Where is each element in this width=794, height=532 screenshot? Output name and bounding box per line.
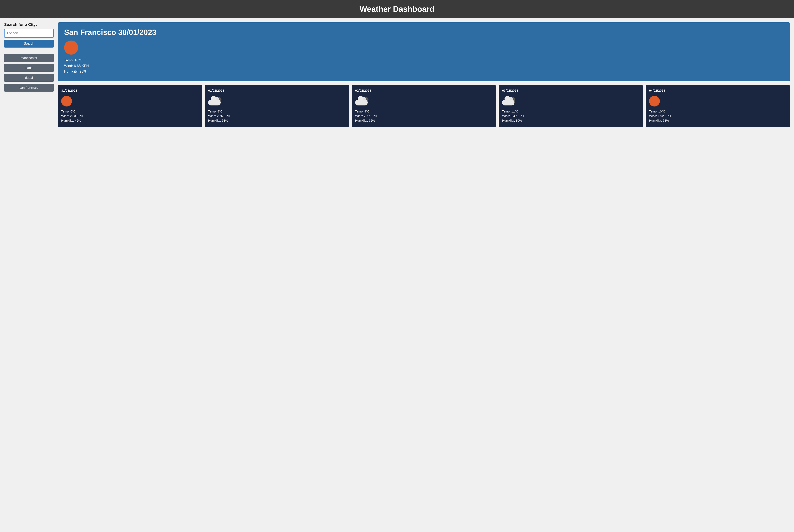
forecast-card-1: 01/02/2023 Temp: 8°C Wind: 2.76 KPH Humi…	[205, 85, 349, 127]
forecast-date-3: 03/02/2023	[502, 89, 640, 92]
forecast-card-0: 31/01/2023 Temp: 6°C Wind: 2.83 KPH Humi…	[58, 85, 202, 127]
current-sun-icon	[64, 40, 78, 55]
forecast-card-3: 03/02/2023 Temp: 11°C Wind: 0.47 KPH Hum…	[499, 85, 643, 127]
forecast-icon-2	[355, 95, 493, 107]
forecast-card-2: 02/02/2023 Temp: 9°C Wind: 2.77 KPH Humi…	[352, 85, 496, 127]
search-input[interactable]	[4, 29, 54, 38]
forecast-date-0: 31/01/2023	[61, 89, 199, 92]
forecast-humidity-2: Humidity: 62%	[355, 119, 493, 122]
cloud-sun-icon-3	[502, 97, 515, 106]
forecast-wind-0: Wind: 2.83 KPH	[61, 114, 199, 118]
forecast-humidity-1: Humidity: 53%	[208, 119, 346, 122]
city-btn-san-francisco[interactable]: san francisco	[4, 84, 54, 92]
forecast-temp-1: Temp: 8°C	[208, 110, 346, 113]
forecast-temp-4: Temp: 10°C	[649, 110, 787, 113]
forecast-wind-4: Wind: 1.92 KPH	[649, 114, 787, 118]
forecast-date-2: 02/02/2023	[355, 89, 493, 92]
forecast-humidity-4: Humidity: 73%	[649, 119, 787, 122]
forecast-wind-1: Wind: 2.76 KPH	[208, 114, 346, 118]
main-layout: Search for a City: Search manchester par…	[0, 18, 794, 131]
current-wind: Wind: 6.68 KPH	[64, 64, 784, 68]
forecast-wind-2: Wind: 2.77 KPH	[355, 114, 493, 118]
search-button[interactable]: Search	[4, 40, 54, 48]
current-temp: Temp: 10°C	[64, 58, 784, 62]
app-title: Weather Dashboard	[0, 4, 794, 14]
search-label: Search for a City:	[4, 22, 54, 27]
city-btn-paris[interactable]: paris	[4, 64, 54, 72]
sun-icon-4	[649, 96, 660, 107]
forecast-icon-1	[208, 95, 346, 107]
forecast-card-4: 04/02/2023 Temp: 10°C Wind: 1.92 KPH Hum…	[646, 85, 790, 127]
forecast-temp-0: Temp: 6°C	[61, 110, 199, 113]
forecast-temp-3: Temp: 11°C	[502, 110, 640, 113]
forecast-date-1: 01/02/2023	[208, 89, 346, 92]
app-header: Weather Dashboard	[0, 0, 794, 18]
forecast-icon-4	[649, 95, 787, 107]
sun-icon-0	[61, 96, 72, 107]
forecast-icon-3	[502, 95, 640, 107]
forecast-temp-2: Temp: 9°C	[355, 110, 493, 113]
sidebar-divider	[4, 51, 54, 51]
city-btn-manchester[interactable]: manchester	[4, 54, 54, 62]
city-btn-dubai[interactable]: dubai	[4, 74, 54, 82]
current-weather-card: San Francisco 30/01/2023 Temp: 10°C Wind…	[58, 22, 790, 81]
forecast-date-4: 04/02/2023	[649, 89, 787, 92]
forecast-humidity-0: Humidity: 42%	[61, 119, 199, 122]
forecast-grid: 31/01/2023 Temp: 6°C Wind: 2.83 KPH Humi…	[58, 85, 790, 127]
current-city-date: San Francisco 30/01/2023	[64, 28, 784, 37]
forecast-wind-3: Wind: 0.47 KPH	[502, 114, 640, 118]
current-humidity: Humidity: 28%	[64, 70, 784, 74]
sidebar: Search for a City: Search manchester par…	[4, 22, 54, 94]
cloud-sun-icon-1	[208, 97, 222, 106]
content-area: San Francisco 30/01/2023 Temp: 10°C Wind…	[58, 22, 790, 127]
forecast-icon-0	[61, 95, 199, 107]
cloud-sun-icon-2	[355, 97, 368, 106]
forecast-humidity-3: Humidity: 80%	[502, 119, 640, 122]
